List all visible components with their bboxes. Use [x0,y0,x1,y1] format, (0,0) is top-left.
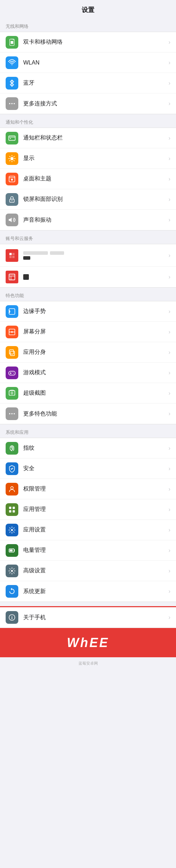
edge-label: 边缘手势 [23,308,166,315]
advanced-icon [6,565,18,577]
svg-point-20 [13,373,14,374]
edge-icon [6,305,18,318]
chevron-icon: › [169,252,170,259]
chevron-icon: › [169,176,170,182]
item-notification[interactable]: 通知栏和状态栏 › [0,128,176,148]
chevron-icon: › [169,506,170,513]
item-sim[interactable]: 双卡和移动网络 › [0,32,176,53]
svg-rect-13 [9,274,15,280]
appsettings-icon [6,524,18,536]
chevron-icon: › [169,547,170,554]
item-advanced[interactable]: 高级设置 › [0,561,176,581]
item-edge[interactable]: 边缘手势 › [0,301,176,322]
svg-rect-28 [13,506,15,509]
item-update[interactable]: 系统更新 › [0,581,176,602]
svg-point-5 [14,103,15,104]
screenshot-label: 超级截图 [23,389,166,397]
item-permission[interactable]: 权限管理 › [0,479,176,499]
chevron-icon: › [169,411,170,417]
svg-point-25 [14,413,15,414]
section-items-accounts: › › [0,244,176,288]
bluetooth-label: 蓝牙 [23,79,166,87]
item-security[interactable]: 安全 › [0,458,176,479]
item-sound[interactable]: 声音和振动 › [0,210,176,230]
item-account2[interactable]: › [0,267,176,287]
svg-rect-27 [9,506,11,509]
svg-rect-33 [10,549,13,552]
section-header-personalization: 通知和个性化 [0,114,176,128]
item-appclone[interactable]: 应用分身 › [0,342,176,363]
update-icon [6,585,18,598]
section-network: 无线和网络 双卡和移动网络 › WLAN › 蓝牙 › [0,18,176,114]
chevron-icon: › [169,196,170,203]
svg-rect-6 [9,136,15,140]
about-label: 关于手机 [23,614,166,621]
sound-label: 声音和振动 [23,216,166,224]
section-header-features: 特色功能 [0,288,176,301]
item-battery[interactable]: 电量管理 › [0,540,176,561]
item-fingerprint[interactable]: 指纹 › [0,438,176,458]
item-bluetooth[interactable]: 蓝牙 › [0,73,176,93]
svg-point-19 [13,372,13,373]
item-about[interactable]: 关于手机 › [0,607,176,628]
chevron-icon: › [169,614,170,621]
item-gamemode[interactable]: 游戏模式 › [0,363,176,383]
whee-text: WhEE [67,635,109,650]
morefeat-icon [6,407,18,420]
notification-label: 通知栏和状态栏 [23,134,166,142]
chevron-icon: › [169,466,170,472]
chevron-icon: › [169,100,170,107]
item-screenshot[interactable]: 超级截图 › [0,383,176,404]
section-header-network: 无线和网络 [0,18,176,32]
section-system: 系统和应用 指纹 › 安全 › 权限管理 › 应 [0,424,176,602]
svg-rect-30 [13,510,15,512]
more-connect-label: 更多连接方式 [23,100,166,107]
sim-label: 双卡和移动网络 [23,38,166,46]
chevron-icon: › [169,308,170,315]
chevron-icon: › [169,390,170,396]
item-display[interactable]: 显示 › [0,148,176,169]
svg-point-2 [12,64,13,65]
section-header-accounts: 账号和云服务 [0,230,176,244]
item-splitscreen[interactable]: 屏幕分屏 › [0,322,176,342]
display-icon [6,152,18,165]
appmanage-label: 应用管理 [23,506,166,513]
fingerprint-label: 指纹 [23,444,166,452]
chevron-icon: › [169,39,170,45]
desktop-label: 桌面和主题 [23,175,166,183]
security-label: 安全 [23,465,166,472]
chevron-icon: › [169,445,170,451]
item-appmanage[interactable]: 应用管理 › [0,499,176,520]
appmanage-icon [6,503,18,516]
svg-point-4 [11,103,13,104]
svg-point-3 [9,103,11,104]
svg-rect-18 [9,371,15,375]
whee-banner: WhEE [0,628,176,657]
svg-point-16 [11,331,13,333]
section-accounts: 账号和云服务 › › [0,230,176,288]
item-appsettings[interactable]: 应用设置 › [0,520,176,540]
svg-point-22 [11,392,13,394]
section-items-system: 指纹 › 安全 › 权限管理 › 应用管理 › [0,438,176,602]
bluetooth-icon [6,77,18,90]
item-account1[interactable]: › [0,244,176,267]
item-wifi[interactable]: WLAN › [0,53,176,73]
appclone-label: 应用分身 [23,349,166,356]
item-more-connect[interactable]: 更多连接方式 › [0,93,176,114]
account1-icon [6,249,18,262]
svg-point-34 [11,570,13,572]
permission-icon [6,483,18,495]
chevron-icon: › [169,349,170,356]
security-icon [6,462,18,475]
morefeat-label: 更多特色功能 [23,410,166,418]
sound-icon [6,214,18,226]
item-lockscreen[interactable]: 锁屏和面部识别 › [0,189,176,210]
battery-icon [6,544,18,557]
svg-point-24 [11,413,13,414]
desktop-icon [6,173,18,185]
display-label: 显示 [23,155,166,162]
notification-icon [6,132,18,144]
item-morefeat[interactable]: 更多特色功能 › [0,404,176,424]
item-desktop[interactable]: 桌面和主题 › [0,169,176,189]
section-header-system: 系统和应用 [0,424,176,438]
